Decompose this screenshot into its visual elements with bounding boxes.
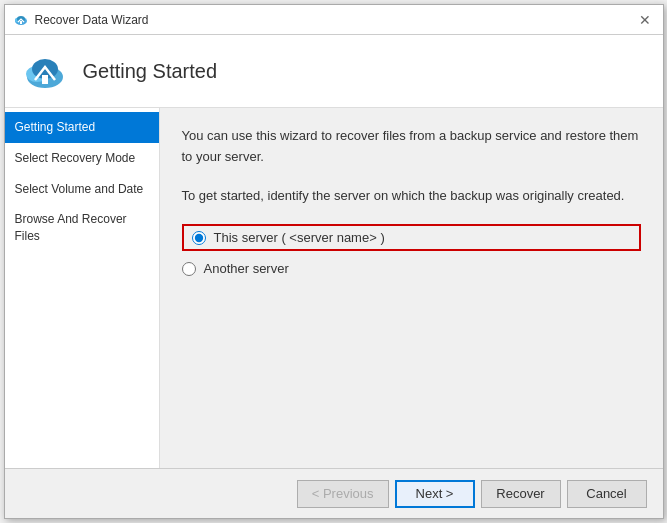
window-title: Recover Data Wizard: [35, 13, 149, 27]
this-server-option[interactable]: This server ( <server name> ): [192, 230, 385, 245]
page-title: Getting Started: [83, 60, 218, 83]
sidebar-item-browse-recover[interactable]: Browse And Recover Files: [5, 204, 159, 252]
body-area: Getting Started Select Recovery Mode Sel…: [5, 108, 663, 468]
title-bar-left: Recover Data Wizard: [13, 12, 149, 28]
content-area: You can use this wizard to recover files…: [160, 108, 663, 468]
app-icon: [13, 12, 29, 28]
description-line2: To get started, identify the server on w…: [182, 186, 641, 207]
another-server-option[interactable]: Another server: [182, 261, 641, 276]
cancel-button[interactable]: Cancel: [567, 480, 647, 508]
next-button[interactable]: Next >: [395, 480, 475, 508]
svg-rect-3: [20, 21, 22, 24]
sidebar-item-getting-started[interactable]: Getting Started: [5, 112, 159, 143]
close-button[interactable]: ✕: [635, 10, 655, 30]
server-selection-group: This server ( <server name> ) Another se…: [182, 224, 641, 276]
this-server-option-container[interactable]: This server ( <server name> ): [182, 224, 641, 251]
sidebar-item-select-recovery-mode[interactable]: Select Recovery Mode: [5, 143, 159, 174]
footer-area: < Previous Next > Recover Cancel: [5, 468, 663, 518]
title-bar: Recover Data Wizard ✕: [5, 5, 663, 35]
header-icon: [21, 47, 69, 95]
description-line1: You can use this wizard to recover files…: [182, 126, 641, 168]
svg-rect-7: [42, 75, 48, 84]
this-server-radio[interactable]: [192, 231, 206, 245]
previous-button[interactable]: < Previous: [297, 480, 389, 508]
wizard-window: Recover Data Wizard ✕ Getting Started Ge…: [4, 4, 664, 519]
this-server-label: This server ( <server name> ): [214, 230, 385, 245]
another-server-radio[interactable]: [182, 262, 196, 276]
another-server-label: Another server: [204, 261, 289, 276]
recover-button[interactable]: Recover: [481, 480, 561, 508]
header-area: Getting Started: [5, 35, 663, 108]
sidebar-item-select-volume-date[interactable]: Select Volume and Date: [5, 174, 159, 205]
sidebar: Getting Started Select Recovery Mode Sel…: [5, 108, 160, 468]
